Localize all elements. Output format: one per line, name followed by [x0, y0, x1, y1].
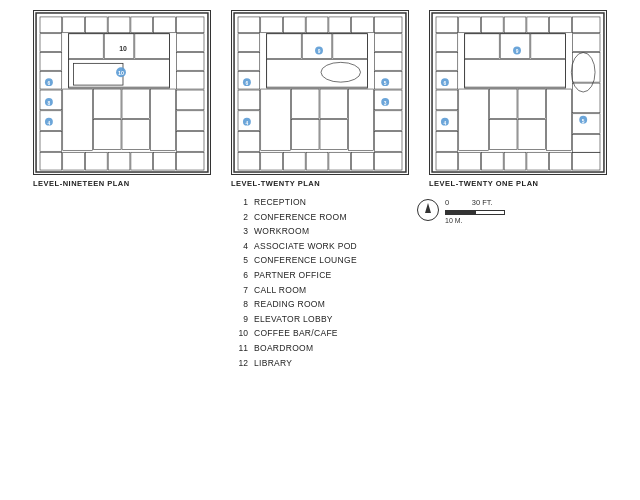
- legend-text-8: READING ROOM: [254, 298, 325, 312]
- legend-text-10: COFFEE BAR/CAFE: [254, 327, 338, 341]
- svg-text:9: 9: [318, 49, 321, 54]
- north-arrow: [425, 203, 431, 213]
- bottom-section: 1 RECEPTION 2 CONFERENCE ROOM 3 WORKROOM…: [10, 196, 630, 370]
- plan-21-label: LEVEL-TWENTY ONE PLAN: [429, 179, 539, 188]
- scale-ft-label: 30 FT.: [472, 198, 493, 207]
- svg-text:4: 4: [444, 121, 447, 126]
- scale-segment-empty: [475, 210, 505, 215]
- svg-text:10: 10: [119, 45, 127, 52]
- svg-text:4: 4: [48, 121, 51, 126]
- legend-num-5: 5: [230, 254, 248, 268]
- plan-19-label: LEVEL-NINETEEN PLAN: [33, 179, 130, 188]
- legend-text-2: CONFERENCE ROOM: [254, 211, 347, 225]
- plan-20-label: LEVEL-TWENTY PLAN: [231, 179, 320, 188]
- legend-text-3: WORKROOM: [254, 225, 309, 239]
- svg-text:5: 5: [384, 81, 387, 86]
- list-item: 5 CONFERENCE LOUNGE: [230, 254, 357, 268]
- legend-num-2: 2: [230, 211, 248, 225]
- scale-bar-area: 0 30 FT. 10 M.: [445, 198, 505, 224]
- list-item: 3 WORKROOM: [230, 225, 357, 239]
- plan-20-svg: 6 9 4 5 3: [232, 11, 408, 174]
- scale-zero-label: 0: [445, 198, 449, 207]
- list-item: 7 CALL ROOM: [230, 284, 357, 298]
- legend-num-12: 12: [230, 357, 248, 371]
- legend-num-3: 3: [230, 225, 248, 239]
- plan-21-svg: 6 9 4 5: [430, 11, 606, 174]
- legend-num-7: 7: [230, 284, 248, 298]
- plan-21-box: 6 9 4 5: [429, 10, 607, 175]
- legend-text-7: CALL ROOM: [254, 284, 306, 298]
- legend-text-11: BOARDROOM: [254, 342, 313, 356]
- scale-segment-filled: [445, 210, 475, 215]
- svg-text:8: 8: [48, 101, 51, 106]
- svg-text:10: 10: [118, 70, 124, 76]
- legend-num-11: 11: [230, 342, 248, 356]
- svg-text:9: 9: [516, 49, 519, 54]
- scale-metric-label: 10 M.: [445, 217, 505, 224]
- legend-num-8: 8: [230, 298, 248, 312]
- list-item: 2 CONFERENCE ROOM: [230, 211, 357, 225]
- legend-text-5: CONFERENCE LOUNGE: [254, 254, 357, 268]
- list-item: 6 PARTNER OFFICE: [230, 269, 357, 283]
- floor-plans-row: 6 8 10 10 4 LEVEL-NINETEEN PLAN: [10, 10, 630, 188]
- legend-text-1: RECEPTION: [254, 196, 306, 210]
- scale-bar: [445, 208, 505, 216]
- svg-text:6: 6: [246, 81, 249, 86]
- plan-19-container: 6 8 10 10 4 LEVEL-NINETEEN PLAN: [33, 10, 211, 188]
- legend-area: 1 RECEPTION 2 CONFERENCE ROOM 3 WORKROOM…: [230, 196, 357, 370]
- plan-21-container: 6 9 4 5 LEVEL-TWENTY ONE PLAN: [429, 10, 607, 188]
- plan-20-container: 6 9 4 5 3 LEVEL-TWENTY PLAN: [231, 10, 409, 188]
- list-item: 10 COFFEE BAR/CAFE: [230, 327, 357, 341]
- legend-num-1: 1: [230, 196, 248, 210]
- list-item: 9 ELEVATOR LOBBY: [230, 313, 357, 327]
- svg-text:6: 6: [48, 81, 51, 86]
- north-indicator-row: 0 30 FT. 10 M.: [417, 196, 505, 224]
- legend-num-6: 6: [230, 269, 248, 283]
- plan-19-svg: 6 8 10 10 4: [34, 11, 210, 174]
- svg-text:4: 4: [246, 121, 249, 126]
- legend-text-4: ASSOCIATE WORK POD: [254, 240, 357, 254]
- legend-num-10: 10: [230, 327, 248, 341]
- scale-area: 0 30 FT. 10 M.: [417, 196, 505, 370]
- legend-text-9: ELEVATOR LOBBY: [254, 313, 333, 327]
- north-circle: [417, 199, 439, 221]
- plan-19-box: 6 8 10 10 4: [33, 10, 211, 175]
- list-item: 11 BOARDROOM: [230, 342, 357, 356]
- list-item: 8 READING ROOM: [230, 298, 357, 312]
- svg-text:5: 5: [582, 119, 585, 124]
- legend-text-12: LIBRARY: [254, 357, 292, 371]
- legend-num-9: 9: [230, 313, 248, 327]
- svg-text:3: 3: [384, 101, 387, 106]
- legend-list: 1 RECEPTION 2 CONFERENCE ROOM 3 WORKROOM…: [230, 196, 357, 370]
- svg-text:6: 6: [444, 81, 447, 86]
- legend-num-4: 4: [230, 240, 248, 254]
- list-item: 1 RECEPTION: [230, 196, 357, 210]
- plan-20-box: 6 9 4 5 3: [231, 10, 409, 175]
- list-item: 12 LIBRARY: [230, 357, 357, 371]
- list-item: 4 ASSOCIATE WORK POD: [230, 240, 357, 254]
- scale-labels: 0 30 FT.: [445, 198, 505, 207]
- legend-text-6: PARTNER OFFICE: [254, 269, 332, 283]
